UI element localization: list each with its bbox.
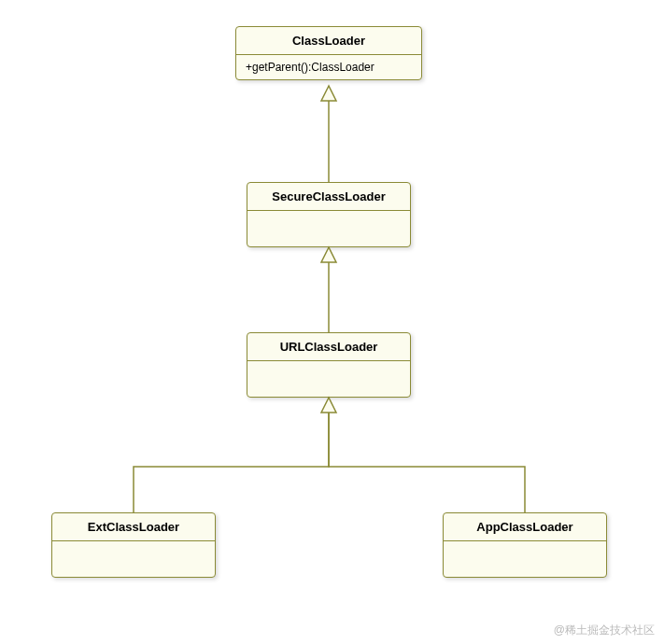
class-methods <box>247 361 410 397</box>
watermark-text: @稀土掘金技术社区 <box>554 623 655 638</box>
class-title: AppClassLoader <box>444 513 606 541</box>
generalization-arrow <box>134 413 329 512</box>
svg-marker-3 <box>321 247 336 262</box>
class-methods <box>52 541 215 577</box>
class-urlclassloader: URLClassLoader <box>247 332 411 398</box>
class-methods <box>444 541 606 577</box>
class-appclassloader: AppClassLoader <box>443 512 607 578</box>
class-methods <box>247 211 410 246</box>
class-extclassloader: ExtClassLoader <box>51 512 216 578</box>
generalization-arrow <box>321 247 336 332</box>
class-title: URLClassLoader <box>247 333 410 361</box>
class-secureclassloader: SecureClassLoader <box>247 182 411 247</box>
class-title: ClassLoader <box>236 27 421 55</box>
generalization-arrow-head <box>321 398 336 413</box>
class-title: SecureClassLoader <box>247 183 410 211</box>
class-classloader: ClassLoader +getParent():ClassLoader <box>235 26 422 80</box>
class-methods: +getParent():ClassLoader <box>236 55 421 79</box>
svg-marker-1 <box>321 86 336 101</box>
generalization-arrow <box>329 413 525 512</box>
generalization-arrow <box>321 86 336 182</box>
class-title: ExtClassLoader <box>52 513 215 541</box>
svg-marker-4 <box>321 398 336 413</box>
